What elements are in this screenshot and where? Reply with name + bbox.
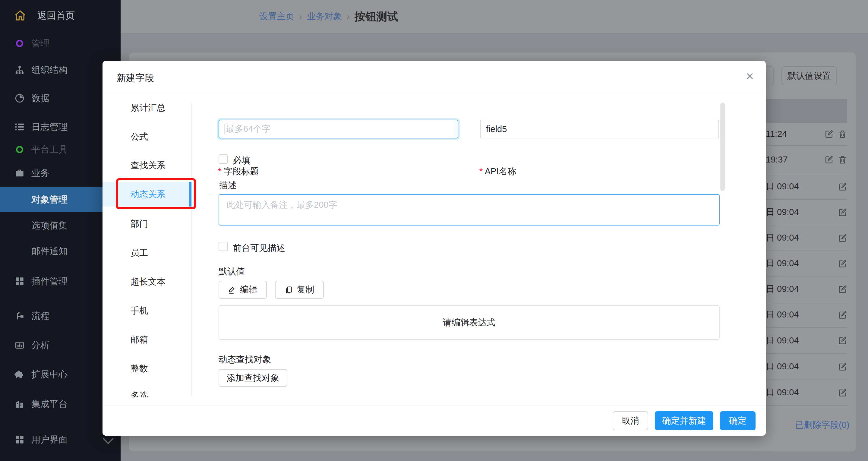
modified-time: 19:37 (766, 155, 788, 165)
modified-time: 日 09:04 (766, 387, 799, 399)
field-type-3[interactable]: 动态关系 (102, 182, 191, 207)
modified-time: 日 09:04 (766, 257, 799, 270)
dynamic-lookup-label: 动态查找对象 (219, 354, 271, 366)
field-title-input[interactable]: 最多64个字 (219, 120, 458, 139)
copy-icon (285, 285, 293, 294)
api-name-value: field5 (486, 124, 507, 134)
field-type-6[interactable]: 超长文本 (102, 269, 191, 294)
sidebar-item-label: 插件管理 (31, 275, 67, 288)
sidebar-item-label: 选项值集 (31, 219, 67, 232)
table-row: 日 09:04 (766, 174, 847, 199)
field-type-0[interactable]: 累计汇总 (102, 95, 191, 120)
edit-icon[interactable] (824, 129, 834, 139)
grid-icon (14, 276, 25, 286)
puzzle-icon (14, 369, 25, 379)
field-title-label: 字段标题 (218, 165, 259, 178)
close-icon[interactable]: ✕ (742, 69, 757, 84)
modified-time: 日 09:04 (766, 181, 799, 193)
trash-icon[interactable] (838, 129, 847, 139)
edit-icon[interactable] (824, 155, 834, 164)
breadcrumb-separator-icon: › (299, 11, 302, 22)
table-row: 日 09:04 (766, 276, 847, 302)
circle-green-icon (14, 145, 25, 155)
edit-icon[interactable] (838, 285, 847, 294)
table-row: 日 09:04 (766, 199, 847, 225)
trash-icon[interactable] (838, 155, 847, 164)
edit-button[interactable]: 编辑 (219, 281, 267, 299)
sidebar-item-label: 平台工具 (31, 144, 67, 156)
field-type-4[interactable]: 部门 (102, 211, 191, 236)
confirm-button[interactable]: 确定 (720, 411, 755, 430)
table-row: 日 09:04 (766, 251, 847, 276)
sidebar-item-0[interactable]: 管理 (0, 31, 121, 56)
description-textarea[interactable]: 此处可输入备注，最多200字 (219, 194, 720, 225)
deleted-fields-link[interactable]: 已删除字段(0) (795, 419, 849, 431)
required-checkbox[interactable] (219, 154, 228, 164)
sidebar-item-label: 扩展中心 (31, 368, 67, 381)
sidebar-home[interactable]: 返回首页 (0, 4, 121, 27)
sidebar-item-label: 数据 (31, 92, 50, 104)
field-type-8[interactable]: 邮箱 (102, 327, 191, 352)
edit-icon[interactable] (838, 362, 847, 371)
building-icon (14, 399, 25, 409)
copy-button-label: 复制 (297, 284, 314, 296)
api-name-input[interactable]: field5 (480, 120, 719, 139)
edit-icon[interactable] (838, 336, 847, 345)
modified-time: 日 09:04 (766, 309, 799, 321)
field-title-placeholder: 最多64个字 (226, 123, 271, 135)
sidebar-item-label: 日志管理 (31, 121, 67, 133)
table-row: 日 09:04 (766, 302, 847, 328)
table-row: 11:24 (766, 123, 847, 146)
front-visible-checkbox[interactable] (219, 242, 228, 251)
table-row: 19:37 (766, 146, 847, 174)
table-row: 日 09:04 (766, 354, 847, 380)
edit-button-label: 编辑 (240, 284, 257, 296)
field-type-5[interactable]: 员工 (102, 240, 191, 265)
breadcrumb: 设置主页 › 业务对象 › 按钮测试 (259, 0, 398, 33)
text-caret (225, 124, 225, 134)
copy-button[interactable]: 复制 (275, 281, 324, 299)
default-value-label: 默认值 (219, 266, 245, 278)
sidebar-item-label: 管理 (31, 37, 50, 50)
edit-icon[interactable] (838, 310, 847, 319)
description-placeholder: 此处可输入备注，最多200字 (226, 200, 337, 210)
description-label: 描述 (219, 179, 237, 191)
confirm-and-new-button[interactable]: 确定并新建 (655, 411, 713, 430)
top-bar: 设置主页 › 业务对象 › 按钮测试 返回 (121, 0, 868, 33)
sidebar-item-label: 业务 (31, 167, 50, 179)
new-field-modal: 新建字段 ✕ 累计汇总公式查找关系动态关系部门员工超长文本手机邮箱整数多选 字段… (102, 61, 766, 436)
circle-purple-icon (14, 38, 25, 49)
field-type-1[interactable]: 公式 (102, 124, 191, 149)
add-lookup-object-button[interactable]: 添加查找对象 (219, 369, 287, 387)
edit-icon[interactable] (838, 388, 847, 397)
expression-box[interactable]: 请编辑表达式 (219, 305, 720, 340)
briefcase-icon (14, 168, 25, 178)
list-icon (14, 122, 25, 132)
default-value-settings-button[interactable]: 默认值设置 (781, 66, 837, 85)
home-icon (14, 9, 27, 22)
modified-time: 日 09:04 (766, 206, 799, 218)
required-label: 必填 (233, 155, 250, 167)
type-list-divider (191, 102, 192, 396)
breadcrumb-business-object[interactable]: 业务对象 (307, 10, 342, 23)
org-chart-icon (14, 65, 25, 75)
modified-time: 日 09:04 (766, 335, 799, 347)
breadcrumb-settings-home[interactable]: 设置主页 (259, 10, 294, 23)
field-type-list: 累计汇总公式查找关系动态关系部门员工超长文本手机邮箱整数多选 (102, 93, 191, 397)
cancel-button[interactable]: 取消 (613, 411, 648, 430)
modal-scrollbar[interactable] (720, 102, 725, 191)
edit-icon[interactable] (838, 259, 847, 268)
modified-time: 11:24 (766, 129, 787, 139)
table-row: 日 09:04 (766, 380, 847, 405)
field-type-2[interactable]: 查找关系 (102, 153, 191, 178)
field-type-7[interactable]: 手机 (102, 298, 191, 323)
bar-chart-icon (14, 340, 25, 350)
edit-icon[interactable] (838, 182, 847, 191)
field-type-9[interactable]: 整数 (102, 356, 191, 381)
page-title: 按钮测试 (354, 9, 398, 24)
edit-icon[interactable] (838, 208, 847, 217)
front-visible-label: 前台可见描述 (233, 242, 285, 254)
field-type-10[interactable]: 多选 (102, 383, 191, 397)
modified-time: 日 09:04 (766, 232, 799, 244)
edit-icon[interactable] (838, 233, 847, 243)
